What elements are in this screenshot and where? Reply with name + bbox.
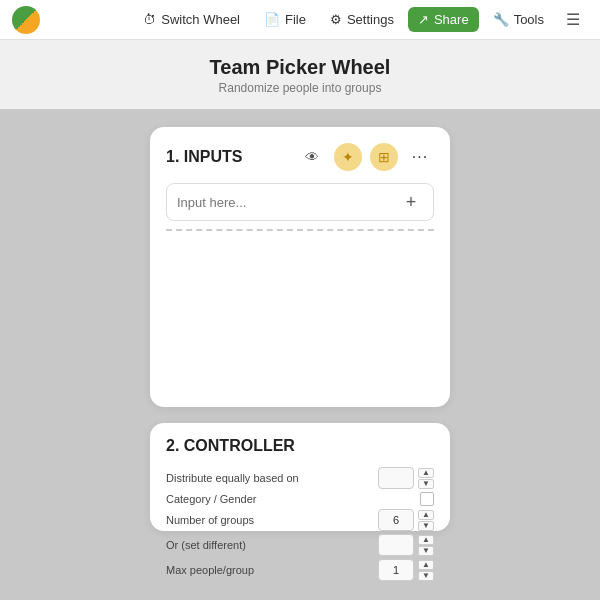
- filter-icon: ✦: [342, 149, 354, 165]
- distribute-value: [378, 467, 414, 489]
- num-groups-row: Number of groups 6 ▲ ▼: [166, 509, 434, 531]
- app-logo[interactable]: [12, 6, 40, 34]
- page-title: Team Picker Wheel: [0, 56, 600, 79]
- num-groups-value: 6: [378, 509, 414, 531]
- max-people-value: 1: [378, 559, 414, 581]
- num-groups-down[interactable]: ▼: [418, 521, 434, 531]
- num-groups-label: Number of groups: [166, 514, 254, 526]
- page-subtitle: Randomize people into groups: [0, 81, 600, 95]
- text-input-row[interactable]: +: [166, 183, 434, 221]
- inputs-section-title-text: INPUTS: [184, 148, 243, 165]
- grid-icon: ⊞: [378, 149, 390, 165]
- max-people-down[interactable]: ▼: [418, 571, 434, 581]
- tools-button[interactable]: 🔧 Tools: [483, 7, 554, 32]
- num-groups-stepper[interactable]: ▲ ▼: [418, 510, 434, 531]
- distribute-down[interactable]: ▼: [418, 479, 434, 489]
- hamburger-menu-button[interactable]: ☰: [558, 5, 588, 34]
- add-entry-button[interactable]: +: [399, 190, 423, 214]
- max-people-stepper[interactable]: ▲ ▼: [418, 560, 434, 581]
- num-groups-up[interactable]: ▲: [418, 510, 434, 520]
- num-groups-controls: 6 ▲ ▼: [378, 509, 434, 531]
- file-button[interactable]: 📄 File: [254, 7, 316, 32]
- settings-icon: ⚙: [330, 12, 342, 27]
- set-different-value: [378, 534, 414, 556]
- tools-icon: 🔧: [493, 12, 509, 27]
- switch-wheel-label: Switch Wheel: [161, 12, 240, 27]
- inputs-card: 1. INPUTS 👁 ✦ ⊞ ··· +: [150, 127, 450, 407]
- eye-icon: 👁: [305, 149, 319, 165]
- more-icon: ···: [412, 148, 428, 166]
- controller-section-number: 2.: [166, 437, 179, 454]
- switch-wheel-icon: ⏱: [143, 12, 156, 27]
- set-different-label: Or (set different): [166, 539, 246, 551]
- settings-label: Settings: [347, 12, 394, 27]
- distribute-row: Distribute equally based on ▲ ▼: [166, 467, 434, 489]
- distribute-up[interactable]: ▲: [418, 468, 434, 478]
- max-people-label: Max people/group: [166, 564, 254, 576]
- switch-wheel-button[interactable]: ⏱ Switch Wheel: [133, 7, 250, 32]
- grid-button[interactable]: ⊞: [370, 143, 398, 171]
- distribute-label: Distribute equally based on: [166, 472, 299, 484]
- category-row: Category / Gender: [166, 492, 434, 506]
- text-input[interactable]: [177, 195, 399, 210]
- category-checkbox[interactable]: [420, 492, 434, 506]
- dashed-divider: [166, 229, 434, 231]
- inputs-card-title: 1. INPUTS: [166, 148, 290, 166]
- more-options-button[interactable]: ···: [406, 143, 434, 171]
- inputs-card-header: 1. INPUTS 👁 ✦ ⊞ ···: [166, 143, 434, 171]
- set-different-stepper[interactable]: ▲ ▼: [418, 535, 434, 556]
- settings-button[interactable]: ⚙ Settings: [320, 7, 404, 32]
- inputs-section-number: 1.: [166, 148, 179, 165]
- max-people-up[interactable]: ▲: [418, 560, 434, 570]
- distribute-controls: ▲ ▼: [378, 467, 434, 489]
- file-icon: 📄: [264, 12, 280, 27]
- controller-card-title: 2. CONTROLLER: [166, 437, 434, 455]
- controller-rows: Distribute equally based on ▲ ▼ Category…: [166, 467, 434, 581]
- main-content: 1. INPUTS 👁 ✦ ⊞ ··· +: [0, 109, 600, 541]
- controller-card-header: 2. CONTROLLER: [166, 437, 434, 455]
- share-button[interactable]: ↗ Share: [408, 7, 479, 32]
- distribute-stepper[interactable]: ▲ ▼: [418, 468, 434, 489]
- set-different-row: Or (set different) ▲ ▼: [166, 534, 434, 556]
- max-people-controls: 1 ▲ ▼: [378, 559, 434, 581]
- plus-icon: +: [406, 193, 417, 211]
- controller-card: 2. CONTROLLER Distribute equally based o…: [150, 423, 450, 531]
- controller-section-title-text: CONTROLLER: [184, 437, 295, 454]
- category-label: Category / Gender: [166, 493, 257, 505]
- navbar: ⏱ Switch Wheel 📄 File ⚙ Settings ↗ Share…: [0, 0, 600, 40]
- tools-label: Tools: [514, 12, 544, 27]
- category-controls: [420, 492, 434, 506]
- filter-button[interactable]: ✦: [334, 143, 362, 171]
- page-header: Team Picker Wheel Randomize people into …: [0, 40, 600, 109]
- set-different-controls: ▲ ▼: [378, 534, 434, 556]
- share-icon: ↗: [418, 12, 429, 27]
- share-label: Share: [434, 12, 469, 27]
- file-label: File: [285, 12, 306, 27]
- eye-button[interactable]: 👁: [298, 143, 326, 171]
- set-different-up[interactable]: ▲: [418, 535, 434, 545]
- set-different-down[interactable]: ▼: [418, 546, 434, 556]
- max-people-row: Max people/group 1 ▲ ▼: [166, 559, 434, 581]
